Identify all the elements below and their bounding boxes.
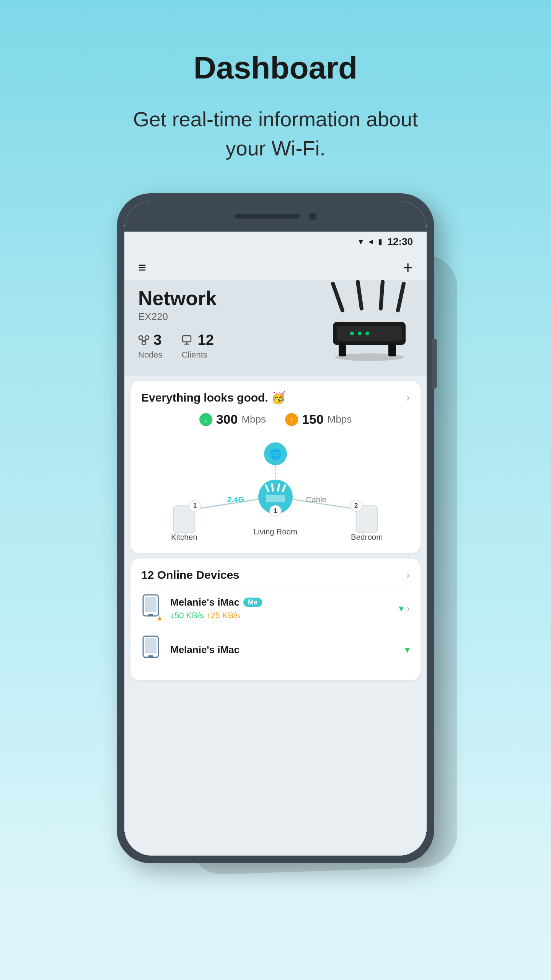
router-image [312, 280, 423, 364]
topology-map: 🌐 [141, 436, 410, 543]
svg-rect-46 [148, 614, 153, 616]
imac-icon-2 [141, 635, 160, 660]
status-chevron-icon[interactable]: › [406, 392, 410, 404]
svg-text:Cable: Cable [306, 495, 327, 504]
status-message: Everything looks good. 🥳 [141, 391, 285, 404]
upload-arrow-icon: ↑ [285, 413, 298, 426]
devices-title: 12 Online Devices [141, 568, 240, 581]
svg-line-2 [381, 282, 383, 309]
svg-rect-48 [145, 638, 156, 653]
svg-point-12 [139, 336, 143, 340]
status-bar: ▾ ◂ ▮ 12:30 [124, 232, 427, 252]
phone-frame: ▾ ◂ ▮ 12:30 ≡ + [117, 193, 434, 863]
app-scroll-area[interactable]: ≡ + [124, 252, 427, 856]
download-unit: Mbps [241, 413, 266, 425]
nodes-count: 3 [153, 332, 161, 348]
upload-speed: ↑ 150 Mbps [285, 412, 352, 427]
device-1-wifi-icon: ▾ [399, 603, 404, 614]
phone-side-button [432, 339, 437, 389]
svg-point-13 [145, 336, 149, 340]
page-subtitle: Get real-time information about your Wi-… [130, 105, 421, 163]
svg-point-14 [142, 341, 146, 345]
svg-text:1: 1 [274, 507, 277, 514]
clients-label: Clients [182, 350, 207, 360]
device-1-chevron-icon[interactable]: › [407, 603, 410, 614]
device-2-right: ▾ [405, 644, 410, 656]
device-2-info: Melanie's iMac [170, 644, 399, 656]
screen-content: ▾ ◂ ▮ 12:30 ≡ + [124, 232, 427, 856]
svg-line-28 [272, 484, 273, 491]
svg-point-10 [365, 332, 369, 335]
device-item-1[interactable]: ★ Melanie's iMac Me ↓50 KB/s [141, 588, 410, 629]
svg-rect-6 [339, 343, 346, 356]
svg-point-9 [358, 332, 362, 335]
device-item-2[interactable]: Melanie's iMac ▾ [141, 629, 410, 670]
page-wrapper: Dashboard Get real-time information abou… [0, 0, 551, 980]
svg-line-3 [398, 284, 404, 310]
device-2-name: Melanie's iMac [170, 644, 399, 656]
battery-status-icon: ▮ [378, 237, 382, 246]
nodes-icon [138, 335, 150, 346]
svg-rect-31 [266, 495, 285, 502]
svg-text:🌐: 🌐 [269, 448, 282, 460]
phone-notch-bar [124, 201, 427, 232]
nodes-stat: 3 Nodes [138, 332, 163, 360]
svg-text:Bedroom: Bedroom [351, 532, 383, 541]
status-header: Everything looks good. 🥳 › [141, 391, 410, 404]
svg-line-0 [333, 284, 342, 310]
download-arrow-icon: ↓ [199, 413, 212, 426]
clients-count: 12 [198, 332, 214, 348]
me-badge-1: Me [243, 598, 262, 607]
svg-point-11 [335, 353, 404, 361]
device-1-upload: ↑25 KB/s [206, 611, 240, 620]
clients-icon [182, 335, 194, 346]
nodes-label: Nodes [138, 350, 163, 360]
device-1-name: Melanie's iMac [170, 596, 240, 608]
top-nav: ≡ + [124, 252, 427, 280]
clients-stat: 12 Clients [182, 332, 214, 360]
devices-chevron-icon[interactable]: › [406, 569, 410, 581]
device-1-star-icon: ★ [156, 614, 163, 623]
download-value: 300 [216, 412, 238, 427]
svg-line-1 [358, 282, 362, 309]
upload-unit: Mbps [328, 413, 352, 425]
add-button[interactable]: + [403, 259, 413, 276]
device-2-wifi-icon: ▾ [405, 644, 410, 656]
device-1-right: ▾ › [399, 603, 410, 614]
svg-rect-17 [183, 336, 191, 342]
hamburger-button[interactable]: ≡ [138, 261, 146, 274]
signal-status-icon: ◂ [368, 237, 373, 247]
svg-line-15 [141, 340, 144, 341]
page-header: Dashboard Get real-time information abou… [0, 0, 551, 163]
device-1-icon: ★ [141, 594, 164, 623]
device-2-icon [141, 635, 164, 664]
devices-card: 12 Online Devices › [130, 559, 421, 680]
svg-rect-49 [148, 655, 153, 657]
status-card: Everything looks good. 🥳 › ↓ 300 Mbps [130, 381, 421, 553]
devices-header: 12 Online Devices › [141, 568, 410, 581]
network-section: Network EX220 [124, 280, 427, 376]
svg-text:2.4G: 2.4G [227, 495, 245, 504]
topology-svg: 🌐 [141, 436, 410, 543]
svg-text:1: 1 [193, 502, 197, 509]
svg-text:Living Room: Living Room [254, 527, 297, 536]
phone-camera [309, 212, 316, 220]
download-speed: ↓ 300 Mbps [199, 412, 266, 427]
svg-text:Kitchen: Kitchen [171, 532, 197, 541]
wifi-status-icon: ▾ [359, 236, 363, 247]
device-1-info: Melanie's iMac Me ↓50 KB/s ↑25 KB/s [170, 596, 393, 621]
svg-rect-45 [145, 597, 156, 612]
upload-value: 150 [302, 412, 324, 427]
svg-point-8 [350, 332, 354, 335]
device-1-speeds: ↓50 KB/s ↑25 KB/s [170, 611, 393, 621]
status-time: 12:30 [388, 236, 413, 248]
svg-text:2: 2 [354, 502, 358, 509]
page-title: Dashboard [0, 50, 551, 86]
speed-row: ↓ 300 Mbps ↑ 150 Mbps [141, 412, 410, 427]
svg-line-16 [144, 340, 147, 341]
device-1-download: ↓50 KB/s [170, 611, 204, 620]
svg-line-29 [278, 484, 279, 491]
phone-speaker [235, 214, 300, 219]
